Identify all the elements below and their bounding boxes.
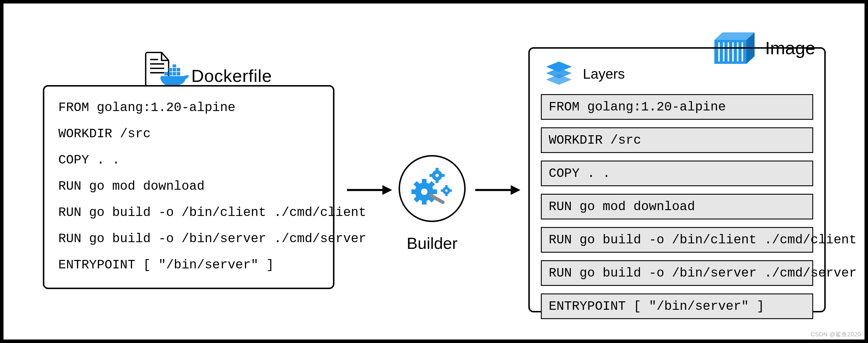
arrow-right-icon	[473, 181, 523, 199]
image-layer: FROM golang:1.20-alpine	[541, 94, 813, 120]
svg-marker-50	[546, 74, 572, 85]
svg-line-19	[415, 183, 418, 185]
svg-marker-13	[382, 185, 392, 195]
dockerfile-line: ENTRYPOINT [ "/bin/server" ]	[58, 258, 321, 271]
dockerfile-title: Dockerfile	[191, 66, 272, 86]
dockerfile-line: RUN go build -o /bin/client ./cmd/client	[58, 206, 321, 219]
dockerfile-line: COPY . .	[58, 154, 321, 166]
image-layer: COPY . .	[541, 161, 813, 186]
dockerfile-line: RUN go mod download	[58, 180, 321, 193]
svg-point-23	[421, 189, 428, 195]
arrow-left-icon	[345, 181, 394, 199]
svg-point-35	[445, 189, 447, 192]
builder-circle	[399, 155, 466, 222]
svg-rect-8	[168, 68, 172, 71]
svg-rect-4	[164, 72, 168, 75]
layers-header: Layers	[545, 61, 813, 87]
dockerfile-line: RUN go build -o /bin/server ./cmd/server	[58, 232, 321, 245]
watermark: CSDN @鲨鱼2020	[811, 331, 861, 338]
dockerfile-line: FROM golang:1.20-alpine	[58, 101, 321, 114]
svg-line-21	[415, 198, 418, 201]
svg-rect-5	[168, 72, 172, 75]
svg-rect-10	[177, 68, 180, 71]
svg-point-29	[435, 174, 439, 177]
docker-whale-icon	[159, 64, 191, 88]
diagram-frame: Dockerfile FROM golang:1.20-alpine WORKD…	[0, 0, 868, 343]
svg-rect-7	[177, 72, 180, 75]
svg-rect-9	[173, 68, 176, 71]
svg-marker-38	[511, 185, 520, 195]
image-layer: RUN go build -o /bin/server ./cmd/server	[541, 260, 813, 286]
image-layer: ENTRYPOINT [ "/bin/server" ]	[541, 293, 813, 319]
dockerfile-panel: FROM golang:1.20-alpine WORKDIR /src COP…	[43, 85, 334, 289]
svg-rect-11	[173, 64, 176, 67]
svg-rect-6	[173, 72, 176, 75]
image-panel: Layers FROM golang:1.20-alpine WORKDIR /…	[528, 47, 826, 312]
layers-stack-icon	[545, 61, 573, 87]
gears-icon	[407, 164, 457, 213]
image-layer: RUN go mod download	[541, 194, 813, 219]
layers-label: Layers	[583, 66, 625, 82]
image-layer: RUN go build -o /bin/client ./cmd/client	[541, 227, 813, 253]
svg-line-20	[431, 183, 433, 185]
dockerfile-title-group: Dockerfile	[137, 52, 279, 86]
builder-label: Builder	[399, 234, 466, 253]
dockerfile-line: WORKDIR /src	[58, 127, 321, 140]
image-layer: WORKDIR /src	[541, 127, 813, 153]
